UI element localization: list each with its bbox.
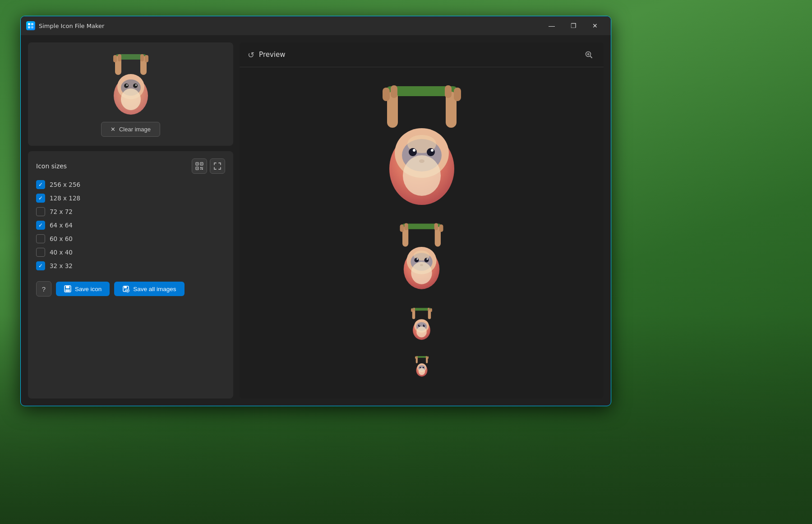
svg-point-47 <box>409 148 417 156</box>
svg-rect-27 <box>200 169 201 170</box>
save-icon-button[interactable]: Save icon <box>56 282 110 296</box>
svg-rect-40 <box>391 85 397 98</box>
svg-point-48 <box>427 148 435 156</box>
size-label-256: 256 x 256 <box>50 181 80 188</box>
clear-image-button[interactable]: ✕ Clear image <box>101 122 160 137</box>
svg-rect-9 <box>140 54 144 61</box>
size-item-256[interactable]: 256 x 256 <box>36 180 225 189</box>
close-button[interactable]: ✕ <box>585 19 605 33</box>
svg-rect-73 <box>411 308 413 312</box>
checkbox-40[interactable] <box>36 248 45 257</box>
svg-rect-75 <box>428 308 429 311</box>
svg-rect-39 <box>383 88 390 101</box>
size-label-128: 128 x 128 <box>50 195 80 202</box>
svg-point-16 <box>126 84 128 86</box>
save-icon-icon <box>64 285 71 292</box>
checkbox-128[interactable] <box>36 194 45 203</box>
bottom-buttons: ? Save icon <box>36 279 225 297</box>
svg-rect-91 <box>427 357 429 359</box>
svg-rect-3 <box>31 26 33 28</box>
svg-point-80 <box>418 325 420 327</box>
sizes-header: Icon sizes <box>36 158 225 174</box>
svg-point-66 <box>416 258 418 260</box>
left-panel: ✕ Clear image Icon sizes <box>28 42 233 399</box>
svg-rect-58 <box>434 223 438 230</box>
size-item-72[interactable]: 72 x 72 <box>36 207 225 216</box>
expand-icon <box>213 162 221 170</box>
svg-rect-74 <box>413 308 415 311</box>
app-title: Simple Icon File Maker <box>39 23 541 29</box>
zoom-icon[interactable] <box>582 48 595 61</box>
checkbox-list: 256 x 256 128 x 128 72 x 72 <box>36 180 225 270</box>
svg-point-49 <box>413 149 415 152</box>
svg-rect-22 <box>201 163 202 164</box>
checkbox-64[interactable] <box>36 221 45 230</box>
svg-point-95 <box>420 367 421 368</box>
minimize-button[interactable]: — <box>541 19 562 33</box>
svg-rect-76 <box>430 308 432 312</box>
svg-rect-7 <box>113 55 117 62</box>
size-item-64[interactable]: 64 x 64 <box>36 221 225 230</box>
checkbox-72[interactable] <box>36 207 45 216</box>
svg-point-84 <box>416 326 427 337</box>
size-item-128[interactable]: 128 x 128 <box>36 194 225 203</box>
svg-rect-26 <box>202 167 203 168</box>
save-icon-label: Save icon <box>75 286 102 292</box>
restore-button[interactable]: ❐ <box>563 19 584 33</box>
size-item-40[interactable]: 40 x 40 <box>36 248 225 257</box>
preview-body <box>240 67 604 399</box>
size-label-72: 72 x 72 <box>50 208 73 215</box>
help-button[interactable]: ? <box>36 281 51 297</box>
qr-button[interactable] <box>192 158 207 174</box>
svg-rect-59 <box>439 224 443 232</box>
app-icon <box>26 21 35 30</box>
svg-rect-89 <box>416 356 418 358</box>
size-label-60: 60 x 60 <box>50 235 73 242</box>
preview-header: ↺ Preview <box>240 42 604 67</box>
preview-sloth-32 <box>411 355 433 378</box>
svg-rect-1 <box>31 23 33 25</box>
size-label-64: 64 x 64 <box>50 222 73 229</box>
save-all-label: Save all images <box>133 286 176 292</box>
svg-point-81 <box>423 325 425 327</box>
preview-header-left: ↺ Preview <box>248 50 285 60</box>
svg-rect-20 <box>197 163 198 164</box>
svg-rect-90 <box>425 356 427 358</box>
svg-point-14 <box>124 83 129 88</box>
svg-rect-28 <box>202 168 203 170</box>
titlebar: Simple Icon File Maker — ❐ ✕ <box>21 16 611 35</box>
svg-point-97 <box>418 368 424 375</box>
window-controls: — ❐ ✕ <box>541 19 605 33</box>
expand-button[interactable] <box>210 158 225 174</box>
size-item-32[interactable]: 32 x 32 <box>36 261 225 270</box>
svg-point-96 <box>422 367 424 368</box>
svg-rect-41 <box>445 85 452 98</box>
checkbox-256[interactable] <box>36 180 45 189</box>
svg-rect-8 <box>118 54 121 61</box>
refresh-icon[interactable]: ↺ <box>248 50 254 60</box>
svg-point-52 <box>403 155 441 196</box>
svg-rect-30 <box>66 286 69 288</box>
svg-point-17 <box>135 84 137 86</box>
preview-sloth-128 <box>387 221 457 293</box>
svg-rect-31 <box>65 289 70 292</box>
svg-point-65 <box>424 258 429 262</box>
icon-sizes-panel: Icon sizes <box>28 151 233 399</box>
size-label-40: 40 x 40 <box>50 249 73 256</box>
svg-point-83 <box>424 325 425 326</box>
svg-point-69 <box>411 262 432 284</box>
preview-title: Preview <box>259 51 285 59</box>
preview-panel: ↺ Preview <box>240 42 604 399</box>
qr-icon <box>195 162 203 170</box>
source-image-preview <box>102 51 160 115</box>
checkbox-32[interactable] <box>36 261 45 270</box>
preview-sloth-256 <box>361 81 483 207</box>
svg-rect-33 <box>124 286 127 288</box>
size-item-60[interactable]: 60 x 60 <box>36 234 225 243</box>
sizes-title: Icon sizes <box>36 162 67 170</box>
save-all-button[interactable]: Save all images <box>114 282 184 296</box>
checkbox-60[interactable] <box>36 234 45 243</box>
sizes-header-actions <box>192 158 225 174</box>
svg-rect-10 <box>145 55 148 62</box>
size-label-32: 32 x 32 <box>50 262 73 269</box>
